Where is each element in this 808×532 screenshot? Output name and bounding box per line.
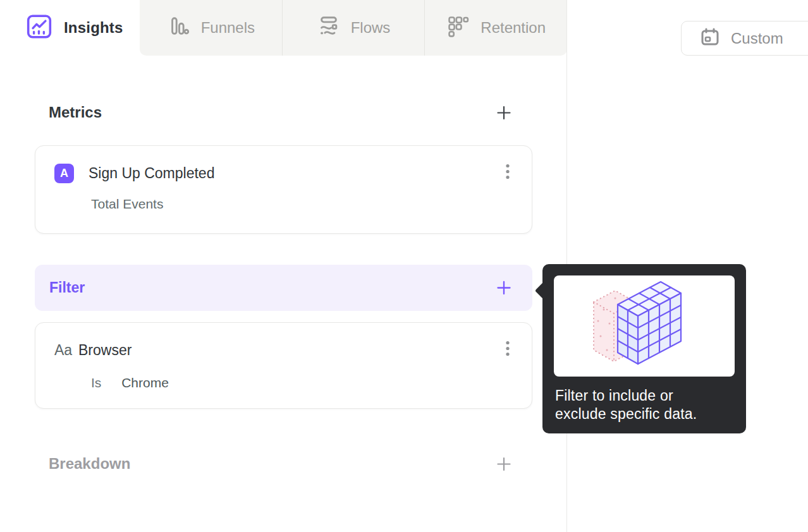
flows-icon [317, 15, 341, 41]
tooltip-text: Filter to include or exclude specific da… [555, 387, 712, 423]
metric-aggregation[interactable]: Total Events [54, 196, 513, 212]
filter-card[interactable]: Aa Browser Is Chrome [35, 322, 532, 409]
metrics-heading: Metrics [49, 104, 102, 121]
breakdown-section-header: Breakdown [35, 450, 532, 478]
filter-property-title: Browser [78, 342, 132, 359]
plus-icon [496, 456, 512, 473]
inactive-tabs-group: Funnels Flows [140, 0, 567, 56]
filter-cube-illustration [554, 275, 735, 377]
tab-retention-label: Retention [481, 19, 546, 37]
kebab-icon [505, 163, 510, 181]
funnel-bars-icon [167, 15, 191, 41]
filter-heading: Filter [49, 279, 85, 296]
metric-card[interactable]: A Sign Up Completed Total Events [35, 145, 532, 234]
plus-icon [496, 279, 512, 296]
filter-operator[interactable]: Is [91, 375, 101, 390]
date-range-custom-button[interactable]: Custom [681, 21, 808, 56]
add-breakdown-button[interactable] [496, 456, 512, 472]
insights-chart-icon [25, 13, 53, 42]
breakdown-heading: Breakdown [49, 455, 130, 473]
filter-kebab-menu-button[interactable] [503, 339, 513, 361]
string-property-icon: Aa [54, 342, 77, 359]
add-metric-button[interactable] [496, 104, 512, 121]
calendar-icon [699, 27, 721, 51]
plus-icon [496, 104, 512, 121]
add-filter-button[interactable] [496, 280, 512, 296]
custom-button-label: Custom [731, 30, 783, 47]
filter-section-header: Filter [35, 265, 532, 311]
tab-flows-label: Flows [351, 19, 391, 37]
tab-insights-label: Insights [64, 19, 123, 37]
metric-kebab-menu-button[interactable] [503, 162, 513, 184]
filter-value[interactable]: Chrome [121, 375, 169, 390]
tab-flows[interactable]: Flows [282, 0, 425, 56]
metric-title: Sign Up Completed [89, 165, 214, 182]
metrics-section-header: Metrics [35, 99, 532, 126]
kebab-icon [505, 340, 510, 358]
retention-dots-icon [446, 15, 470, 41]
tab-insights[interactable]: Insights [0, 0, 140, 56]
tab-funnels-label: Funnels [201, 19, 255, 37]
tab-funnels[interactable]: Funnels [140, 0, 282, 56]
filter-tooltip: Filter to include or exclude specific da… [542, 264, 746, 433]
metric-letter-badge: A [54, 164, 74, 183]
tab-retention[interactable]: Retention [424, 0, 567, 56]
tooltip-arrow [535, 282, 553, 299]
report-type-tabbar: Insights Funnels [0, 0, 567, 56]
